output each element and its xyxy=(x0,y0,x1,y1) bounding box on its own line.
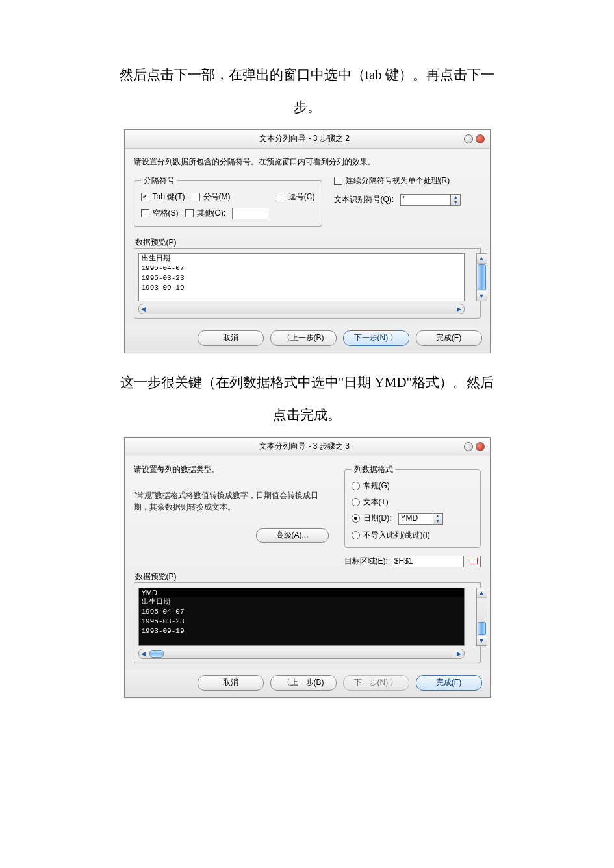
semicolon-checkbox[interactable]: 分号(M) xyxy=(192,192,231,203)
scroll-right-icon[interactable]: ▶ xyxy=(455,304,464,314)
other-checkbox[interactable]: 其他(O): xyxy=(185,208,226,219)
preview-row: 出生日期 xyxy=(139,254,464,264)
scroll-right-icon[interactable]: ▶ xyxy=(455,649,464,658)
radio-skip[interactable]: 不导入此列(跳过)(I) xyxy=(352,530,430,541)
space-checkbox[interactable]: 空格(S) xyxy=(141,208,179,219)
next-button: 下一步(N) 〉 xyxy=(343,675,409,691)
scroll-thumb[interactable] xyxy=(478,264,486,290)
preview-box: YMD 出生日期 1995-04-07 1995-03-23 1993-09-1… xyxy=(138,588,465,646)
radio-icon xyxy=(352,498,360,506)
back-button[interactable]: 〈上一步(B) xyxy=(270,330,337,346)
consecutive-label: 连续分隔符号视为单个处理(R) xyxy=(346,175,450,186)
consecutive-checkbox[interactable]: 连续分隔符号视为单个处理(R) xyxy=(334,175,481,186)
scroll-down-icon[interactable]: ▼ xyxy=(477,636,487,645)
instruction-text-2: 这一步很关键（在列数据格式中选中"日期 YMD"格式）。然后点击完成。 xyxy=(117,366,497,432)
other-delimiter-input[interactable] xyxy=(232,208,268,219)
radio-icon xyxy=(352,482,360,490)
checkbox-icon xyxy=(192,193,200,201)
wizard-dialog-step2: 文本分列向导 - 3 步骤之 2 请设置分列数据所包含的分隔符号。在预览窗口内可… xyxy=(124,129,491,353)
text-qualifier-label: 文本识别符号(Q): xyxy=(334,194,394,205)
comma-label: 逗号(C) xyxy=(288,192,315,203)
button-row: 取消 〈上一步(B) 下一步(N) 〉 完成(F) xyxy=(125,670,490,697)
preview-legend: 数据预览(P) xyxy=(135,237,481,248)
cancel-button[interactable]: 取消 xyxy=(198,330,264,346)
finish-button[interactable]: 完成(F) xyxy=(416,675,482,691)
next-button[interactable]: 下一步(N) 〉 xyxy=(343,330,409,346)
preview-header: YMD xyxy=(139,588,464,597)
preview-row: 1995-03-23 xyxy=(139,273,464,283)
range-select-icon[interactable] xyxy=(468,556,481,567)
vertical-scrollbar[interactable]: ▲ ▼ xyxy=(476,253,487,301)
preview-legend: 数据预览(P) xyxy=(135,571,481,582)
preview-box: 出生日期 1995-04-07 1995-03-23 1993-09-19 xyxy=(138,253,465,301)
column-format-group: 列数据格式 常规(G) 文本(T) xyxy=(344,464,481,548)
delimiter-group: 分隔符号 Tab 键(T) 分号(M) xyxy=(134,175,322,227)
advanced-button[interactable]: 高级(A)... xyxy=(256,528,329,543)
scroll-up-icon[interactable]: ▲ xyxy=(477,588,487,598)
radio-date[interactable]: 日期(D): xyxy=(352,513,392,524)
checkbox-icon xyxy=(277,193,285,201)
minimize-icon[interactable] xyxy=(464,442,473,451)
format-hint: "常规"数据格式将数值转换成数字，日期值会转换成日期，其余数据则转换成文本。 xyxy=(134,490,329,513)
radio-text[interactable]: 文本(T) xyxy=(352,497,389,508)
comma-checkbox[interactable]: 逗号(C) xyxy=(277,192,315,203)
preview-frame: YMD 出生日期 1995-04-07 1995-03-23 1993-09-1… xyxy=(134,582,481,663)
radio-icon xyxy=(352,531,360,539)
scroll-thumb[interactable] xyxy=(478,622,486,635)
radio-skip-label: 不导入此列(跳过)(I) xyxy=(363,530,430,541)
checkbox-icon xyxy=(185,209,194,217)
titlebar: 文本分列向导 - 3 步骤之 2 xyxy=(125,130,490,149)
close-icon[interactable] xyxy=(476,134,485,143)
date-format-combo[interactable]: YMD ▲▼ xyxy=(398,513,443,525)
vertical-scrollbar[interactable]: ▲ ▼ xyxy=(476,588,487,646)
text-qualifier-value: " xyxy=(400,194,450,206)
scroll-thumb[interactable] xyxy=(149,650,164,658)
checkbox-icon xyxy=(334,177,342,185)
other-label: 其他(O): xyxy=(197,208,226,219)
stepper-icon[interactable]: ▲▼ xyxy=(433,513,443,525)
cancel-button[interactable]: 取消 xyxy=(198,675,264,691)
preview-row: 1995-03-23 xyxy=(139,617,464,626)
preview-row: 出生日期 xyxy=(139,597,464,607)
target-input[interactable]: $H$1 xyxy=(392,556,464,567)
tab-label: Tab 键(T) xyxy=(153,192,185,203)
button-row: 取消 〈上一步(B) 下一步(N) 〉 完成(F) xyxy=(125,325,490,353)
instruction-text-1: 然后点击下一部，在弹出的窗口中选中（tab 键）。再点击下一步。 xyxy=(117,58,497,124)
dialog-prompt: 请设置分列数据所包含的分隔符号。在预览窗口内可看到分列的效果。 xyxy=(134,156,481,167)
stepper-icon[interactable]: ▲▼ xyxy=(450,194,461,206)
close-icon[interactable] xyxy=(476,442,485,451)
delimiter-legend: 分隔符号 xyxy=(141,175,177,186)
scroll-up-icon[interactable]: ▲ xyxy=(477,254,487,264)
horizontal-scrollbar[interactable]: ◀ ▶ xyxy=(138,304,465,314)
scroll-left-icon[interactable]: ◀ xyxy=(139,649,148,658)
radio-icon xyxy=(352,514,360,523)
titlebar: 文本分列向导 - 3 步骤之 3 xyxy=(125,438,490,456)
wizard-dialog-step3: 文本分列向导 - 3 步骤之 3 请设置每列的数据类型。 "常规"数据格式将数值… xyxy=(124,437,491,698)
back-button[interactable]: 〈上一步(B) xyxy=(270,675,337,691)
minimize-icon[interactable] xyxy=(464,134,473,143)
radio-general-label: 常规(G) xyxy=(363,480,390,491)
radio-general[interactable]: 常规(G) xyxy=(352,480,390,491)
space-label: 空格(S) xyxy=(153,208,179,219)
preview-row: 1995-04-07 xyxy=(139,264,464,273)
semicolon-label: 分号(M) xyxy=(203,192,231,203)
radio-date-label: 日期(D): xyxy=(363,513,392,524)
dialog-prompt: 请设置每列的数据类型。 xyxy=(134,464,329,475)
finish-button[interactable]: 完成(F) xyxy=(416,330,482,346)
checkbox-icon xyxy=(141,209,149,217)
tab-checkbox[interactable]: Tab 键(T) xyxy=(141,192,185,203)
radio-text-label: 文本(T) xyxy=(363,497,389,508)
checkbox-icon xyxy=(141,193,149,201)
column-format-legend: 列数据格式 xyxy=(352,464,396,475)
preview-row: 1993-09-19 xyxy=(139,626,464,636)
preview-row: 1995-04-07 xyxy=(139,607,464,617)
scroll-down-icon[interactable]: ▼ xyxy=(477,291,487,301)
horizontal-scrollbar[interactable]: ◀ ▶ xyxy=(138,649,465,659)
text-qualifier-combo[interactable]: " ▲▼ xyxy=(400,194,461,206)
dialog-title: 文本分列向导 - 3 步骤之 2 xyxy=(259,133,350,144)
scroll-left-icon[interactable]: ◀ xyxy=(139,304,148,314)
dialog-title: 文本分列向导 - 3 步骤之 3 xyxy=(259,441,350,452)
target-label: 目标区域(E): xyxy=(344,556,388,567)
preview-row: 1993-09-19 xyxy=(139,283,464,293)
date-format-value: YMD xyxy=(398,513,433,525)
